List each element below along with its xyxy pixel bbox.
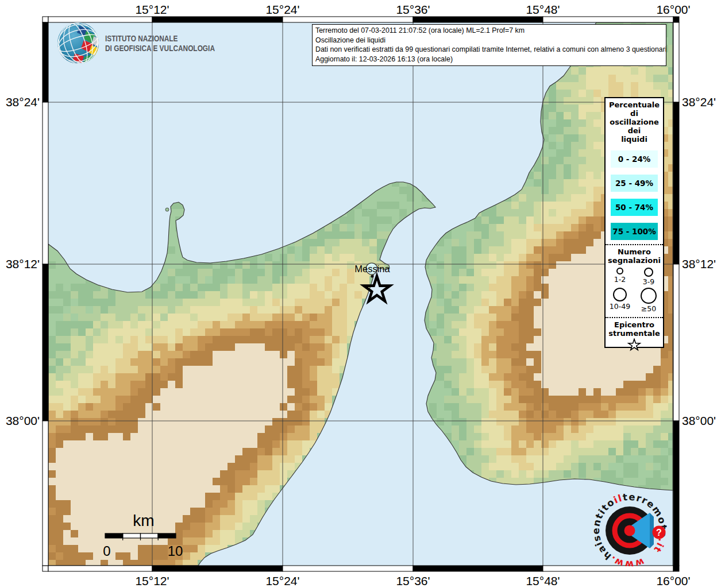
legend-report-size-item: 3-9 [634, 268, 663, 286]
axis-tick-label: 15°48' [526, 3, 560, 16]
legend-swatch: 50 - 74% [611, 199, 658, 216]
legend-text-line: Percentuale [606, 100, 663, 109]
legend-report-size-item: ≥50 [634, 288, 663, 313]
info-box-line: Aggiornato il: 12-03-2026 16:13 (ora loc… [315, 55, 663, 64]
scale-bar-unit: km [133, 512, 154, 529]
epicenter-star-legend-icon [629, 339, 640, 350]
legend-text-line: strumentale [606, 329, 663, 338]
axis-tick-label: 15°36' [396, 3, 430, 16]
legend-text-line: segnalazioni [606, 256, 663, 265]
legend-text-line: dei [606, 126, 663, 135]
question-badge-glyph: ? [656, 528, 662, 537]
axis-tick-label: 38°24' [682, 95, 716, 109]
report-circle-icon [616, 268, 623, 274]
axis-tick-label: 16°00' [656, 3, 690, 16]
axis-top-labels: 15°12'15°24'15°36'15°48'16°00' [135, 3, 690, 16]
axis-tick-label: 15°12' [135, 574, 169, 587]
legend-color-scale: 0 - 24%25 - 49%50 - 74%75 - 100% [606, 150, 663, 240]
axis-right-labels: 38°24'38°12'38°00' [682, 95, 716, 427]
axis-tick-label: 15°36' [396, 574, 430, 587]
legend-epicenter-star [606, 338, 663, 354]
axis-tick-label: 38°12' [682, 257, 716, 270]
info-box-line: Terremoto del 07-03-2011 21:07:52 (ora l… [315, 26, 663, 36]
frame-corner [43, 566, 48, 571]
axis-tick-label: 38°12' [6, 257, 40, 270]
legend-swatch: 0 - 24% [611, 150, 658, 168]
axis-left-labels: 38°24'38°12'38°00' [6, 95, 40, 427]
legend-report-size-item: 1-2 [606, 268, 634, 286]
scale-bar-end: 10 [168, 543, 183, 559]
axis-tick-label: 38°24' [6, 95, 40, 109]
frame-corner [43, 17, 48, 22]
map-terrain [48, 22, 676, 567]
axis-tick-label: 15°24' [265, 574, 299, 587]
report-circle-icon [641, 288, 657, 304]
axis-tick-label: 16°00' [656, 574, 690, 587]
axis-tick-label: 38°00' [6, 414, 40, 427]
legend-swatch: 25 - 49% [611, 175, 658, 192]
legend-report-size-label: 3-9 [643, 278, 654, 286]
earthquake-map-page: { "info_box": { "lines": [ "Terremoto de… [0, 0, 721, 588]
axis-bottom-labels: 15°12'15°24'15°36'15°48'16°00' [135, 574, 690, 587]
legend-text-line: oscillazione [606, 118, 663, 126]
legend-report-size-label: 10-49 [610, 303, 630, 311]
report-circle-icon [644, 268, 653, 277]
legend-report-size-label: ≥50 [641, 305, 656, 313]
legend-report-circles: 1-23-910-49≥50 [606, 266, 663, 313]
city-dot [371, 274, 373, 277]
info-box-line: Dati non verificati estratti da 99 quest… [315, 45, 663, 55]
info-box-line: Oscillazione dei liquidi [315, 36, 663, 45]
report-circle-icon [613, 288, 627, 301]
legend-separator [606, 244, 663, 245]
legend-text-line: Numero [606, 247, 663, 256]
ingv-name-line1: ISTITUTO NAZIONALE [105, 34, 178, 43]
legend-text-line: liquidi [606, 135, 663, 144]
axis-tick-label: 15°12' [135, 3, 169, 16]
legend-title: Percentualedioscillazionedeiliquidi [606, 100, 663, 144]
legend-text-line: Epicentro [606, 320, 663, 329]
axis-tick-label: 38°00' [682, 414, 716, 427]
axis-tick-label: 15°48' [526, 574, 560, 587]
legend-separator [606, 317, 663, 318]
legend-report-size-item: 10-49 [606, 288, 634, 313]
legend-epicenter-title: Epicentrostrumentale [606, 320, 663, 338]
city-label: Messina [354, 264, 390, 274]
scale-bar-start: 0 [103, 543, 110, 559]
ingv-name-line2: DI GEOFISICA E VULCANOLOGIA [105, 44, 215, 53]
small-island [165, 208, 169, 211]
earthquake-info-box: Terremoto del 07-03-2011 21:07:52 (ora l… [312, 24, 666, 66]
legend-text-line: di [606, 109, 663, 118]
axis-tick-label: 15°24' [265, 3, 299, 16]
legend-swatch: 75 - 100% [611, 223, 658, 240]
legend-panel: Percentualedioscillazionedeiliquidi 0 - … [604, 97, 664, 348]
legend-report-size-label: 1-2 [614, 276, 626, 284]
legend-reports-title: Numerosegnalazioni [606, 247, 663, 265]
